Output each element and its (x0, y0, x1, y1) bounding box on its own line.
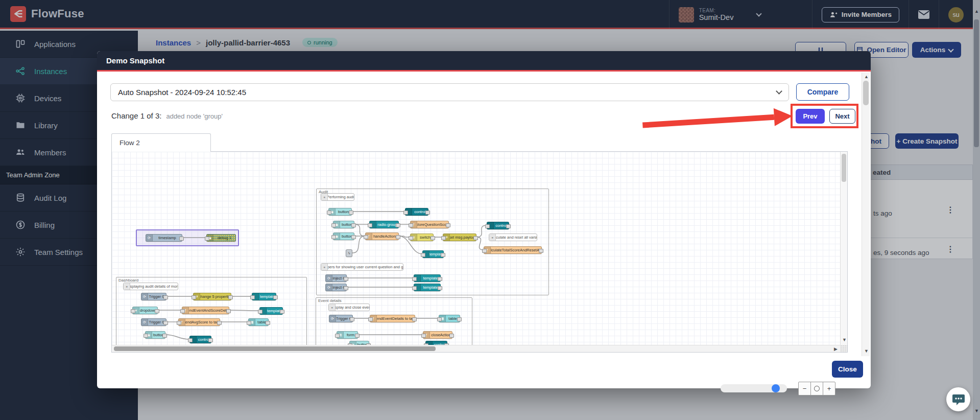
button-icon: ◉ (333, 221, 340, 228)
template-icon (260, 308, 267, 314)
func-icon: ƒ (423, 332, 430, 338)
change-icon: ⇄ (194, 293, 200, 300)
func-icon: ƒ (182, 307, 189, 314)
flow-node-table: ▦table (248, 318, 269, 326)
modal-title: Demo Snapshot (106, 56, 164, 65)
inject-icon: ⟳ (141, 319, 148, 325)
flow-node-func: ƒstoreQuestionScore (410, 221, 449, 228)
inject-icon: ⟳ (141, 293, 148, 300)
func-icon: ƒ (370, 315, 377, 322)
button-icon: ◉ (146, 332, 152, 338)
canvas-hscroll-thumb[interactable] (114, 346, 436, 351)
zoom-slider[interactable] (721, 384, 787, 392)
flow-node-form: ▤form (337, 331, 358, 339)
inject-icon: ⟳ (329, 315, 336, 322)
flow-node-button: ◉button (145, 331, 165, 339)
flow-node-dropdown: ▾dropdown (132, 307, 158, 314)
flow-node-inject: ⟳inject ⟳ (325, 284, 347, 291)
flow-node-comment: ●Calculate and reset all variable (489, 234, 537, 241)
comment-icon: ● (329, 304, 336, 311)
dropdown-icon: ▾ (133, 307, 139, 314)
flow-node-inject: ⟳inject ⟳ (325, 274, 347, 282)
inject-icon: ⟳ (146, 235, 153, 241)
zoom-reset-button[interactable] (811, 382, 823, 395)
scroll-down-arrow-icon[interactable]: ▼ (842, 338, 847, 342)
template-icon (370, 221, 376, 228)
modal-scrollbar-thumb[interactable] (863, 81, 869, 105)
close-button[interactable]: Close (832, 361, 863, 378)
canvas-scroll-corner (840, 345, 847, 352)
flow-node-status: ϟ (346, 249, 352, 257)
flow-node-control: control (405, 208, 428, 216)
flow-node-template: template (252, 293, 276, 300)
chat-bubble-icon (952, 393, 965, 406)
modal-scrollbar[interactable]: ▲ ▼ (862, 73, 870, 356)
chat-widget-button[interactable] (946, 387, 970, 411)
template-icon (252, 293, 259, 300)
app-root: Instances > jolly-pallid-barrier-4653 ru… (0, 0, 980, 420)
flow-node-button: ◉button (333, 232, 354, 240)
func-icon: ƒ (411, 221, 417, 228)
flow-node-comment: ●steppers for showing user current quest… (321, 263, 403, 271)
flow-node-debug: ◉debug 1 (206, 234, 236, 242)
scroll-right-arrow-icon[interactable]: ▶ (834, 347, 838, 352)
snapshot-select-value: Auto Snapshot - 2024-09-24 10:52:45 (118, 88, 246, 97)
zoom-out-button[interactable]: − (799, 382, 811, 395)
tab-flow-2[interactable]: Flow 2 (111, 133, 211, 152)
flow-node-button: ◉button (328, 208, 352, 216)
flow-node-button: ◉button (333, 221, 354, 228)
chevron-down-icon (776, 88, 782, 95)
compare-button[interactable]: Compare (796, 83, 849, 101)
annotation-highlight-box (791, 104, 858, 128)
change-icon: ⇄ (443, 234, 450, 241)
flow-node-func: ƒhandleActions (365, 232, 399, 240)
comment-icon: ● (321, 194, 328, 200)
form-icon: ▤ (337, 332, 344, 338)
flow-node-func: ƒsendEventAndScoreDetails (182, 307, 229, 314)
zoom-controls: − + (798, 382, 835, 395)
flow-node-template: template (259, 307, 283, 315)
flow-node-table: ▦table (439, 315, 460, 322)
comment-icon: ● (321, 264, 328, 270)
flow-node-change: ⇄set msg.payload (443, 234, 476, 241)
scroll-down-arrow-icon[interactable]: ▼ (864, 349, 869, 354)
flow-node-switch: ≷switch (410, 234, 434, 241)
table-icon: ▦ (249, 319, 255, 325)
button-icon: ◉ (333, 233, 340, 240)
canvas-horizontal-scrollbar[interactable]: ▶ (112, 345, 841, 352)
zoom-slider-thumb[interactable] (772, 384, 780, 392)
debug-icon: ◉ (207, 235, 213, 241)
flow-node-template: radio-group (369, 221, 399, 228)
zoom-in-button[interactable]: + (823, 382, 835, 395)
flow-node-inject: ⟳Trigger ⟳ (141, 293, 166, 300)
control-icon (487, 222, 494, 229)
canvas-vscroll-thumb[interactable] (842, 154, 846, 182)
flow-node-inject: ⟳Trigger ⟳ (141, 318, 166, 326)
flow-node-func: ƒcalculateTotalScoreAndResetAudit (484, 246, 542, 254)
template-icon (414, 284, 421, 291)
flow-node-template: template (414, 284, 441, 291)
change-summary: Change 1 of 3: added node 'group' (111, 111, 223, 120)
snapshot-select[interactable]: Auto Snapshot - 2024-09-24 10:52:45 (110, 83, 789, 101)
inject-icon: ⟳ (326, 275, 332, 282)
flow-canvas-container: AuditDashboardEvent details⟳timestamp◉de… (111, 151, 848, 353)
flow-node-inject: ⟳Trigger ⟳ (329, 315, 353, 322)
scroll-up-arrow-icon[interactable]: ▲ (864, 75, 869, 79)
template-icon (423, 251, 429, 258)
snapshot-modal: Demo Snapshot Auto Snapshot - 2024-09-24… (97, 51, 871, 388)
switch-icon: ≷ (411, 234, 417, 241)
flow-node-func: ƒsendAvgScore to table (178, 318, 220, 326)
flow-node-comment: ●Displaying audit details of month (123, 283, 178, 290)
func-icon: ƒ (484, 247, 491, 253)
annotation-arrow (632, 102, 796, 135)
canvas-vertical-scrollbar[interactable]: ▼ (840, 152, 847, 345)
change-label: Change 1 of 3: (111, 111, 161, 120)
control-icon (405, 208, 412, 215)
flow-node-comment: ●Performing audit (321, 193, 354, 201)
flow-node-change: ⇄change 5 properties (193, 293, 231, 300)
flow-canvas[interactable]: AuditDashboardEvent details⟳timestamp◉de… (112, 152, 841, 345)
control-icon (190, 336, 197, 343)
modal-header: Demo Snapshot (97, 51, 871, 72)
inject-icon: ⟳ (326, 284, 332, 291)
func-icon: ƒ (366, 233, 372, 240)
